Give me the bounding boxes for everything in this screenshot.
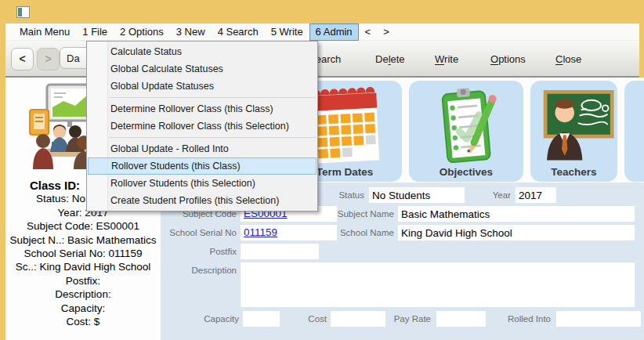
card-label: Teachers (530, 166, 617, 178)
summary-subject-code: Subject Code: ES00001 (5, 219, 161, 233)
menu-main-menu[interactable]: Main Menu (13, 24, 76, 41)
capacity-label: Capacity (161, 314, 239, 324)
back-button[interactable]: < (11, 48, 34, 71)
card-objectives[interactable]: Objectives (409, 81, 523, 182)
menu-item-determine-rollover-class-this-class[interactable]: Determine Rollover Class (this Class) (87, 100, 317, 118)
school-name-field[interactable] (398, 225, 635, 241)
year-label: Year (432, 190, 511, 200)
card-partial[interactable] (624, 81, 644, 182)
menu-separator (109, 137, 316, 138)
menu-item-calculate-status[interactable]: Calculate Status (87, 43, 317, 60)
summary-cost: Cost: $ (5, 315, 161, 328)
window-icon (16, 6, 30, 18)
menu-item-global-calculate-statuses[interactable]: Global Calculate Statuses (87, 60, 317, 78)
delete-button[interactable]: Delete (375, 53, 405, 65)
summary-capacity: Capacity: (5, 302, 161, 315)
summary-postfix: Postfix: (5, 274, 161, 288)
menu-options[interactable]: 2 Options (114, 24, 170, 41)
rolled-into-label: Rolled Into (472, 314, 551, 324)
application-window: Main Menu1 File2 Options3 New4 Search5 W… (0, 0, 644, 340)
menu-new[interactable]: 3 New (170, 24, 212, 41)
description-label: Description (158, 266, 237, 275)
teacher-icon (534, 85, 615, 164)
school-serial-link[interactable]: 011159 (244, 226, 277, 238)
menu-next-arrow[interactable]: > (377, 24, 396, 41)
cost-label: Cost (248, 314, 327, 324)
description-field[interactable] (241, 262, 635, 307)
pay-rate-label: Pay Rate (353, 314, 431, 324)
card-label: Objectives (409, 166, 523, 178)
postfix-label: Postfix (158, 247, 237, 256)
menu-item-determine-rollover-class-this-selection[interactable]: Determine Rollover Class (this Selection… (87, 118, 317, 135)
menu-item-global-update-statuses[interactable]: Global Update Statuses (87, 78, 317, 95)
summary-subject-name: Subject N..: Basic Mathematics (5, 233, 161, 247)
close-button[interactable]: Close (555, 53, 581, 65)
menu-item-rollover-students-this-class[interactable]: Rollover Students (this Class) (88, 157, 317, 175)
menu-admin[interactable]: 6 Admin (309, 24, 359, 41)
menu-search[interactable]: 4 Search (212, 24, 265, 41)
forward-button[interactable]: > (37, 48, 60, 71)
school-serial-label: School Serial No (158, 228, 237, 237)
summary-school-name: Sc..: King David High School (5, 260, 161, 273)
window-frame-right (639, 24, 644, 78)
rolled-into-field[interactable] (556, 311, 641, 327)
subject-name-label: Subject Name (316, 209, 394, 219)
options-button[interactable]: Options (490, 53, 526, 65)
classes-icon (28, 83, 94, 169)
menu-write[interactable]: 5 Write (265, 24, 309, 41)
menu-prev-arrow[interactable]: < (359, 24, 378, 41)
menu-item-create-student-profiles-this-selection[interactable]: Create Student Profiles (this Selection) (87, 192, 317, 209)
school-name-label: School Name (316, 228, 394, 237)
menu-file[interactable]: 1 File (76, 24, 114, 41)
postfix-field[interactable] (241, 244, 319, 259)
subject-name-field[interactable] (398, 206, 635, 222)
menu-item-global-update-rolled-into[interactable]: Global Update - Rolled Into (87, 140, 317, 157)
menu-separator (109, 97, 316, 98)
menu-bar: Main Menu1 File2 Options3 New4 Search5 W… (5, 24, 639, 41)
title-bar (0, 0, 644, 24)
write-button[interactable]: Write (435, 53, 458, 65)
summary-description: Description: (5, 288, 161, 301)
admin-dropdown-menu: Calculate Status Global Calculate Status… (86, 41, 318, 212)
card-teachers[interactable]: Teachers (530, 81, 617, 182)
year-field[interactable] (516, 187, 556, 203)
checklist-icon (427, 85, 505, 165)
summary-school-serial: School Serial No: 011159 (5, 247, 161, 260)
menu-item-rollover-students-this-selection[interactable]: Rollover Students (this Selection) (87, 175, 317, 192)
